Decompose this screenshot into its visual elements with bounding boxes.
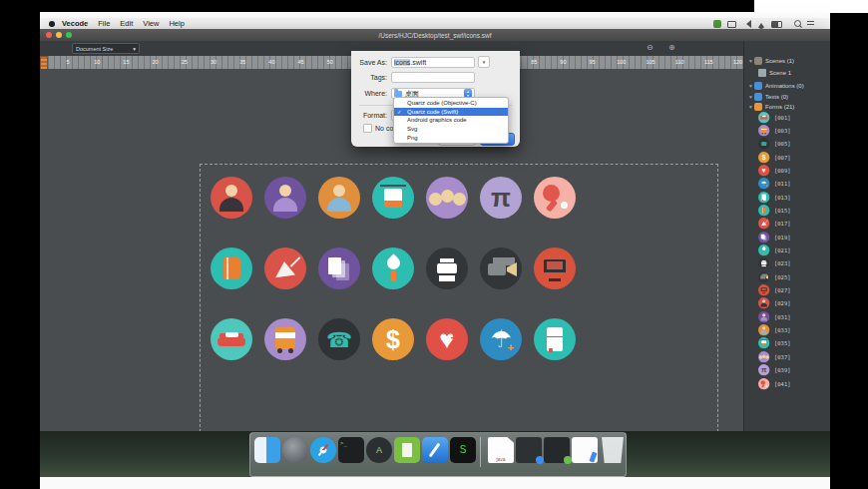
form-item[interactable]: ☂[011] <box>758 178 831 191</box>
ruler-number: 20 <box>153 59 159 65</box>
format-option[interactable]: Png <box>394 133 508 142</box>
dock-item-android-studio[interactable]: A <box>366 437 392 463</box>
form-item[interactable]: [035] <box>758 337 831 350</box>
document-size-dropdown[interactable]: Document Size ▾ <box>72 43 140 54</box>
zoom-in-icon[interactable]: ⊕ <box>668 44 675 52</box>
form-item[interactable]: [025] <box>758 270 831 283</box>
canvas-icon-origami[interactable] <box>264 247 306 289</box>
ruler-number: 115 <box>704 59 713 65</box>
form-item[interactable]: $[007] <box>758 151 831 164</box>
dock-item-safari[interactable] <box>310 437 336 463</box>
animations-icon <box>754 82 762 90</box>
canvas-icon-person <box>758 297 769 308</box>
canvas-icon-phone[interactable]: ☎ <box>318 318 360 360</box>
wifi-icon[interactable] <box>757 19 765 29</box>
dock-item-window-green[interactable] <box>544 437 570 463</box>
form-item[interactable]: [013] <box>758 191 831 204</box>
canvas-icon-desk[interactable]: π <box>480 177 522 219</box>
zoom-out-icon[interactable]: ⊖ <box>647 44 653 52</box>
battery-icon[interactable] <box>771 21 782 28</box>
dock-item-game-dark[interactable]: S <box>450 437 476 463</box>
canvas-icon-pen[interactable] <box>372 247 414 289</box>
dock-item-xcode[interactable] <box>422 437 448 463</box>
canvas-icon-shirt <box>758 337 769 348</box>
sidebar-tree-scenes[interactable]: ▼Scenes (1) <box>744 55 834 66</box>
form-item[interactable]: [041] <box>758 377 831 390</box>
menu-view[interactable]: View <box>143 19 159 28</box>
format-option[interactable]: ✓Quartz code (Swift) <box>394 108 508 117</box>
form-item[interactable]: ☎[005] <box>758 138 831 151</box>
form-item[interactable]: [023] <box>758 257 831 270</box>
canvas-icon-fridge[interactable] <box>534 318 576 360</box>
canvas-icon-origami <box>758 218 769 229</box>
canvas-icon-paddle[interactable] <box>534 177 576 219</box>
canvas-icon-shirt[interactable] <box>372 177 414 219</box>
filename-input[interactable]: icons .swift <box>391 57 475 68</box>
canvas-icon-laptop[interactable] <box>534 247 576 289</box>
sidebar-tree-scene[interactable]: Scene 1 <box>744 67 845 78</box>
expand-dialog-button[interactable]: ▾ <box>478 56 490 68</box>
dock-item-trash[interactable] <box>600 437 626 463</box>
form-item[interactable]: [027] <box>758 284 831 297</box>
canvas-icon-camera[interactable] <box>480 247 522 289</box>
form-item[interactable]: π[039] <box>758 364 831 377</box>
tags-input[interactable] <box>391 72 475 83</box>
dock-item-window-blue[interactable] <box>516 437 542 463</box>
title-bar[interactable]: /Users/HJC/Desktop/test_swf/icons.swf <box>40 29 830 41</box>
format-option[interactable]: Android graphics code <box>394 116 508 125</box>
form-item[interactable]: [001] <box>758 111 831 124</box>
disclosure-icon[interactable]: ▼ <box>747 94 754 100</box>
format-option[interactable]: Svg <box>394 125 508 134</box>
form-item[interactable]: [015] <box>758 204 831 217</box>
checkmark-icon: ✓ <box>397 109 402 115</box>
apple-menu-icon[interactable] <box>49 21 55 27</box>
volume-icon[interactable] <box>742 20 751 28</box>
form-item[interactable]: [031] <box>758 310 831 323</box>
ruler-number: 95 <box>590 59 596 65</box>
canvas-icon-printer[interactable] <box>426 247 468 289</box>
form-item[interactable]: [021] <box>758 244 831 257</box>
dock-item-terminal[interactable]: >_ <box>338 437 364 463</box>
canvas-icon-paddle <box>758 378 769 389</box>
menu-vecode[interactable]: Vecode <box>62 19 88 28</box>
form-item[interactable]: [037] <box>758 350 831 363</box>
dock-item-launchpad[interactable] <box>282 437 308 463</box>
form-item[interactable]: [029] <box>758 297 831 310</box>
dock-item-green-app[interactable] <box>394 437 420 463</box>
canvas-icon-papers[interactable] <box>318 247 360 289</box>
spotlight-icon[interactable] <box>794 20 801 27</box>
canvas-icon-car[interactable] <box>211 318 252 360</box>
green-app-icon[interactable] <box>713 20 721 28</box>
form-item[interactable]: [003] <box>758 124 831 137</box>
canvas-icon-desk: π <box>758 364 769 375</box>
canvas-icon-notebook[interactable] <box>211 247 252 289</box>
canvas-icon-heart[interactable]: ♥ <box>426 318 468 360</box>
canvas-icon-buns[interactable] <box>426 177 468 219</box>
canvas-icon-dollar[interactable]: $ <box>372 318 414 360</box>
display-icon[interactable] <box>727 21 736 28</box>
dock-item-notes[interactable] <box>572 437 598 463</box>
disclosure-icon[interactable]: ▼ <box>747 58 754 64</box>
canvas-icon-person[interactable] <box>211 177 252 219</box>
menu-help[interactable]: Help <box>169 19 184 28</box>
sidebar-tree-animations[interactable]: ▼Animations (0) <box>744 80 834 91</box>
format-option[interactable]: Quartz code (Objective-C) <box>394 99 508 108</box>
notification-icon[interactable] <box>807 21 814 27</box>
disclosure-icon[interactable]: ▼ <box>747 104 754 110</box>
canvas-icon-person[interactable] <box>264 177 306 219</box>
checkbox-label: No co <box>375 125 393 132</box>
canvas-icon-umbrella[interactable]: ☂ <box>480 318 522 360</box>
menu-edit[interactable]: Edit <box>120 19 133 28</box>
canvas-icon-person[interactable] <box>318 177 360 219</box>
dock-item-finder[interactable] <box>254 437 280 463</box>
menu-file[interactable]: File <box>98 19 110 28</box>
disclosure-icon[interactable]: ▼ <box>747 83 754 89</box>
form-item[interactable]: [033] <box>758 324 831 337</box>
form-item[interactable]: [017] <box>758 218 831 231</box>
no-comments-checkbox[interactable] <box>363 124 372 133</box>
canvas-icon-bus[interactable] <box>264 318 306 360</box>
form-item[interactable]: ♥[009] <box>758 164 831 177</box>
dock-item-java-file[interactable]: java <box>488 437 514 463</box>
form-item[interactable]: [019] <box>758 231 831 244</box>
format-dropdown-menu: Quartz code (Objective-C)✓Quartz code (S… <box>393 97 509 144</box>
